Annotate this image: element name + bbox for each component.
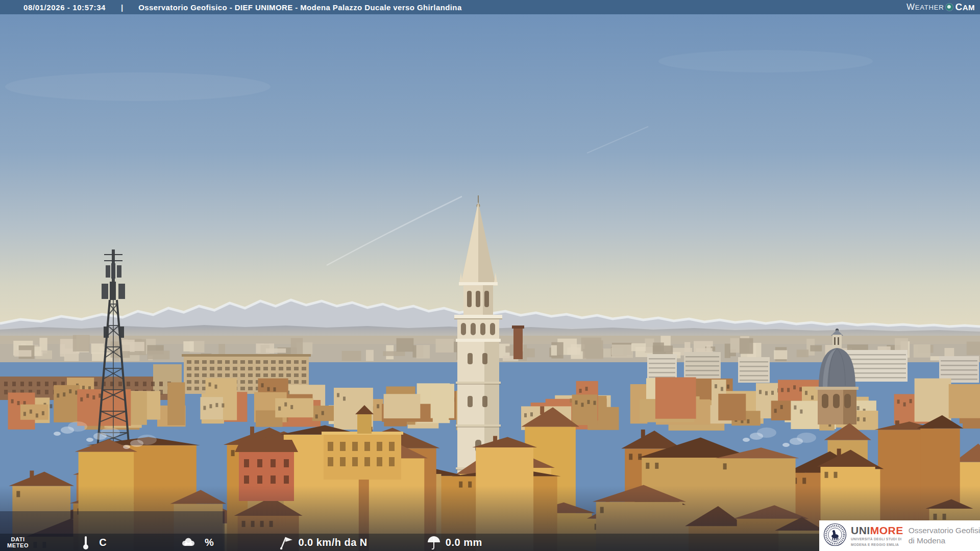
timestamp: 08/01/2026 - 10:57:34 bbox=[23, 3, 106, 12]
umbrella-icon bbox=[427, 535, 441, 549]
weather-data-label: DATI METEO bbox=[7, 536, 29, 548]
page-title: Osservatorio Geofisico - DIEF UNIMORE - … bbox=[138, 3, 461, 12]
unimore-seal bbox=[823, 523, 847, 548]
unimore-wordmark-block: UNIMORE UNIVERSITÀ DEGLI STUDI DI MODENA… bbox=[851, 525, 903, 547]
weathercam-logo-cam: CAM bbox=[955, 2, 975, 13]
wind-readout: 0.0 km/h da N bbox=[278, 535, 367, 549]
humidity-icon bbox=[181, 537, 195, 548]
wind-value: 0.0 km/h da N bbox=[298, 537, 367, 548]
rain-readout: 0.0 mm bbox=[427, 535, 482, 549]
humidity-unit: % bbox=[205, 537, 214, 548]
unimore-logo-box: UNIMORE UNIVERSITÀ DEGLI STUDI DI MODENA… bbox=[819, 520, 980, 551]
temperature-readout: C bbox=[82, 535, 107, 550]
weathercam-logo: WEATHER CAM bbox=[906, 2, 975, 13]
webcam-frame: 08/01/2026 - 10:57:34 | Osservatorio Geo… bbox=[0, 0, 980, 551]
rain-value: 0.0 mm bbox=[446, 537, 482, 548]
weathercam-logo-weather: WEATHER bbox=[906, 2, 944, 12]
wind-vane-icon bbox=[278, 535, 293, 549]
thermometer-icon bbox=[82, 535, 90, 550]
separator: | bbox=[121, 3, 123, 12]
temperature-unit: C bbox=[99, 537, 107, 548]
university-name-line1: UNIVERSITÀ DEGLI STUDI DI bbox=[851, 537, 903, 541]
weathercam-logo-icon bbox=[946, 4, 953, 11]
osd-top-bar: 08/01/2026 - 10:57:34 | Osservatorio Geo… bbox=[0, 0, 980, 14]
university-name-line2: MODENA E REGGIO EMILIA bbox=[851, 543, 903, 547]
humidity-readout: % bbox=[181, 537, 214, 548]
unimore-wordmark: UNIMORE bbox=[851, 525, 903, 536]
brick-tower bbox=[512, 325, 524, 359]
observatory-name: Osservatorio Geofisico di Modena bbox=[909, 525, 980, 546]
webcam-photo bbox=[0, 0, 980, 551]
